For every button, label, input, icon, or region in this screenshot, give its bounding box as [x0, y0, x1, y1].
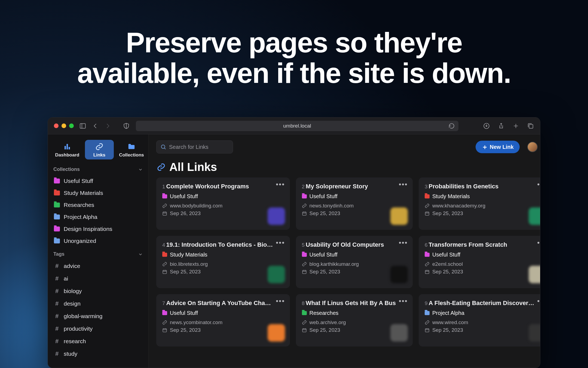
- link-card[interactable]: 3Probabilities In Genetics Study Materia…: [419, 177, 540, 230]
- card-domain: bio.libretexts.org: [162, 261, 284, 267]
- sidebar-tag-item[interactable]: # biology: [48, 285, 148, 297]
- link-card[interactable]: 2My Solopreneur Story Useful Stuff news.…: [296, 177, 413, 230]
- tag-label: study: [64, 351, 77, 357]
- card-title: 5Usability Of Old Computers: [302, 241, 407, 248]
- svg-line-12: [164, 148, 166, 149]
- sidebar-tag-item[interactable]: # global-warming: [48, 310, 148, 322]
- share-icon[interactable]: [498, 122, 505, 129]
- calendar-icon: [162, 269, 167, 274]
- link-card[interactable]: 7Advice On Starting A YouTube Cha… Usefu…: [156, 294, 290, 346]
- reload-icon[interactable]: [448, 122, 455, 129]
- collections-header[interactable]: Collections: [48, 162, 148, 175]
- link-card[interactable]: 1Complete Workout Programs Useful Stuff …: [156, 177, 290, 230]
- calendar-icon: [425, 269, 430, 274]
- card-collection[interactable]: Project Alpha: [425, 310, 540, 316]
- card-more-icon[interactable]: •••: [276, 241, 285, 244]
- new-tab-icon[interactable]: [512, 122, 519, 129]
- folder-icon: [425, 194, 430, 198]
- card-collection[interactable]: Useful Stuff: [302, 252, 407, 258]
- card-collection[interactable]: Useful Stuff: [302, 193, 407, 200]
- sidebar-collection-item[interactable]: Design Inspirations: [48, 223, 148, 235]
- card-more-icon[interactable]: •••: [276, 183, 285, 186]
- card-more-icon[interactable]: •••: [399, 183, 408, 186]
- link-card[interactable]: 6Transformers From Scratch Useful Stuff …: [419, 236, 540, 288]
- sidebar-tag-item[interactable]: # study: [48, 348, 148, 360]
- card-more-icon[interactable]: •••: [276, 300, 285, 302]
- sidebar-icon[interactable]: [79, 122, 86, 129]
- card-date: Sep 25, 2023: [425, 210, 540, 216]
- link-icon: [302, 203, 307, 208]
- card-more-icon[interactable]: •••: [399, 241, 408, 244]
- link-card[interactable]: 9A Flesh-Eating Bacterium Discover… Proj…: [419, 294, 540, 346]
- search-input[interactable]: Search for Links: [156, 140, 233, 153]
- card-collection[interactable]: Useful Stuff: [162, 193, 284, 200]
- new-link-button[interactable]: ＋ New Link: [476, 141, 520, 153]
- sidebar-tag-item[interactable]: # advice: [48, 260, 148, 272]
- links-grid: 1Complete Workout Programs Useful Stuff …: [149, 177, 540, 354]
- tabs-icon[interactable]: [527, 122, 534, 129]
- back-icon[interactable]: [92, 122, 99, 129]
- card-date: Sep 25, 2023: [425, 327, 540, 333]
- card-more-icon[interactable]: •••: [399, 300, 408, 302]
- folder-icon: [127, 143, 136, 151]
- card-collection[interactable]: Useful Stuff: [162, 310, 284, 316]
- card-date: Sep 25, 2023: [425, 269, 540, 275]
- card-collection[interactable]: Study Materials: [162, 252, 284, 258]
- sidebar-tag-item[interactable]: # research: [48, 335, 148, 348]
- card-collection[interactable]: Study Materials: [425, 193, 540, 200]
- link-icon: [157, 163, 166, 171]
- link-icon: [162, 203, 167, 208]
- link-card[interactable]: 8What If Linus Gets Hit By A Bus Researc…: [296, 294, 413, 346]
- tag-label: design: [64, 300, 81, 307]
- folder-icon: [425, 311, 430, 315]
- card-thumbnail: [390, 324, 408, 342]
- bar-chart-icon: [63, 143, 72, 151]
- tags-header[interactable]: Tags: [48, 247, 148, 260]
- link-card[interactable]: 5Usability Of Old Computers Useful Stuff…: [296, 236, 413, 288]
- sidebar-collection-item[interactable]: Project Alpha: [48, 211, 148, 223]
- tag-label: global-warming: [64, 313, 102, 319]
- downloads-icon[interactable]: [483, 122, 490, 129]
- card-thumbnail: [268, 207, 285, 225]
- tab-links[interactable]: Links: [85, 140, 114, 159]
- card-title: 419.1: Introduction To Genetics - Bio…: [162, 241, 284, 248]
- card-collection[interactable]: Researches: [302, 310, 407, 316]
- card-more-icon[interactable]: •••: [537, 300, 540, 302]
- search-icon: [160, 144, 166, 150]
- sidebar-collection-item[interactable]: Study Materials: [48, 187, 148, 199]
- link-card[interactable]: 419.1: Introduction To Genetics - Bio… S…: [156, 236, 290, 288]
- link-icon: [95, 143, 104, 151]
- folder-icon: [162, 311, 167, 315]
- card-collection[interactable]: Useful Stuff: [425, 252, 540, 258]
- card-more-icon[interactable]: •••: [537, 241, 540, 244]
- svg-rect-37: [163, 329, 167, 332]
- sidebar-collection-item[interactable]: Useful Stuff: [48, 175, 148, 187]
- svg-rect-21: [425, 212, 429, 215]
- card-thumbnail: [268, 266, 285, 283]
- maximize-window-dot[interactable]: [69, 123, 74, 128]
- user-menu[interactable]: Ben: [527, 142, 540, 152]
- address-bar[interactable]: umbrel.local: [136, 121, 458, 131]
- sidebar-tag-item[interactable]: # ai: [48, 272, 148, 285]
- svg-rect-9: [67, 144, 68, 149]
- card-title: 2My Solopreneur Story: [302, 183, 407, 190]
- card-date: Sep 25, 2023: [162, 327, 284, 333]
- svg-rect-13: [163, 212, 167, 215]
- collection-label: Study Materials: [64, 190, 103, 196]
- card-title: 1Complete Workout Programs: [162, 183, 284, 190]
- minimize-window-dot[interactable]: [62, 123, 66, 128]
- svg-rect-10: [69, 147, 70, 149]
- tab-dashboard[interactable]: Dashboard: [53, 140, 82, 159]
- sidebar-collection-item[interactable]: Unorganized: [48, 235, 148, 247]
- link-icon: [302, 320, 307, 325]
- sidebar-collection-item[interactable]: Researches: [48, 199, 148, 211]
- forward-icon[interactable]: [104, 122, 111, 129]
- chevron-down-icon: [138, 167, 143, 172]
- sidebar-tag-item[interactable]: # productivity: [48, 322, 148, 335]
- tab-collections[interactable]: Collections: [117, 140, 146, 159]
- card-more-icon[interactable]: •••: [537, 183, 540, 186]
- card-domain: www.bodybuilding.com: [162, 203, 284, 209]
- close-window-dot[interactable]: [54, 123, 59, 128]
- svg-rect-33: [425, 270, 429, 274]
- sidebar-tag-item[interactable]: # design: [48, 297, 148, 310]
